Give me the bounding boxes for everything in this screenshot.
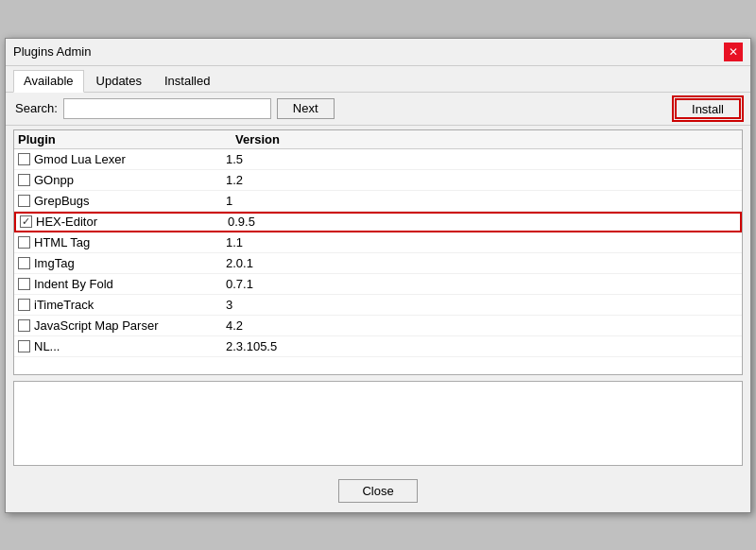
table-row[interactable]: NL...2.3.105.5 [14, 336, 742, 357]
plugins-admin-dialog: Plugins Admin ✕ Available Updates Instal… [5, 38, 751, 513]
content-area: Plugin Version Gmod Lua Lexer1.5GOnpp1.2… [6, 126, 750, 470]
table-row[interactable]: ✓HEX-Editor0.9.5 [14, 212, 742, 232]
plugin-name: Indent By Fold [34, 277, 113, 291]
table-row[interactable]: Indent By Fold0.7.1 [14, 274, 742, 295]
plugin-checkbox[interactable]: ✓ [20, 215, 32, 228]
col-header-version: Version [235, 132, 738, 146]
tab-available[interactable]: Available [13, 70, 84, 93]
table-row[interactable]: HTML Tag1.1 [14, 232, 742, 253]
plugin-version: 2.0.1 [226, 256, 738, 270]
tab-updates[interactable]: Updates [86, 70, 152, 92]
table-row[interactable]: GOnpp1.2 [14, 170, 742, 191]
plugin-version: 1.2 [226, 173, 738, 187]
title-bar: Plugins Admin ✕ [6, 39, 750, 66]
plugin-checkbox[interactable] [18, 319, 30, 332]
window-close-button[interactable]: ✕ [724, 43, 743, 61]
search-toolbar: Search: Next Install [6, 93, 750, 126]
list-header: Plugin Version [14, 130, 742, 149]
col-header-plugin: Plugin [18, 132, 235, 146]
install-button[interactable]: Install [675, 98, 741, 119]
table-row[interactable]: GrepBugs1 [14, 191, 742, 212]
next-button[interactable]: Next [277, 98, 335, 119]
plugin-list: Plugin Version Gmod Lua Lexer1.5GOnpp1.2… [14, 130, 742, 357]
table-row[interactable]: ImgTag2.0.1 [14, 253, 742, 274]
plugin-checkbox[interactable] [18, 340, 30, 352]
plugin-checkbox[interactable] [18, 195, 30, 207]
plugin-checkbox[interactable] [18, 257, 30, 269]
plugin-name: GrepBugs [34, 194, 90, 208]
plugin-name: JavaScript Map Parser [34, 318, 159, 333]
tabs-container: Available Updates Installed [6, 66, 750, 93]
plugin-name: GOnpp [34, 173, 74, 187]
table-row[interactable]: JavaScript Map Parser4.2 [14, 316, 742, 336]
plugin-name: Gmod Lua Lexer [34, 152, 126, 166]
plugin-name: iTimeTrack [34, 298, 94, 312]
description-box [13, 381, 743, 466]
plugin-list-container: Plugin Version Gmod Lua Lexer1.5GOnpp1.2… [13, 129, 743, 375]
dialog-title: Plugins Admin [13, 44, 91, 59]
close-dialog-button[interactable]: Close [338, 479, 417, 503]
plugin-checkbox[interactable] [18, 278, 30, 290]
plugin-version: 0.7.1 [226, 277, 738, 291]
footer: Close [6, 470, 750, 512]
plugin-version: 4.2 [226, 318, 738, 333]
plugin-checkbox[interactable] [18, 174, 30, 186]
table-row[interactable]: iTimeTrack3 [14, 295, 742, 316]
plugin-version: 3 [226, 298, 738, 312]
plugin-version: 1 [226, 194, 738, 208]
plugin-version: 2.3.105.5 [226, 339, 738, 353]
plugin-checkbox[interactable] [18, 299, 30, 311]
plugin-checkbox[interactable] [18, 153, 30, 165]
plugin-version: 1.5 [226, 152, 738, 166]
plugin-name: ImgTag [34, 256, 75, 270]
table-row[interactable]: Gmod Lua Lexer1.5 [14, 149, 742, 170]
search-label: Search: [15, 101, 58, 115]
plugin-name: HTML Tag [34, 235, 90, 249]
plugin-version: 1.1 [226, 235, 738, 249]
tab-installed[interactable]: Installed [154, 70, 220, 92]
plugin-version: 0.9.5 [228, 215, 736, 229]
plugin-name: HEX-Editor [36, 215, 97, 229]
plugin-checkbox[interactable] [18, 236, 30, 249]
search-input[interactable] [63, 98, 271, 119]
plugin-name: NL... [34, 339, 60, 353]
